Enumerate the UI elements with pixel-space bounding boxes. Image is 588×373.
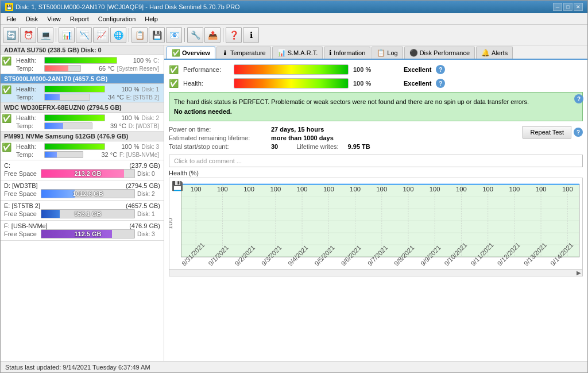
health-status: Excellent <box>404 80 431 87</box>
temp-value-2: 39 °C <box>95 122 126 129</box>
email-button[interactable]: 📧 <box>166 27 182 43</box>
drive-d-row: Free Space 1012.6 GB Disk: 2 <box>4 189 160 198</box>
comment-box[interactable]: Click to add comment ... <box>169 155 583 167</box>
disk-section-2: WDC WD30EFRX-68EUZN0 (2794.5 GB) ✅ Healt… <box>1 103 164 132</box>
window-title: Disk: 1, ST5000LM000-2AN170 [WCJ0AQF9] -… <box>16 3 240 10</box>
health-value-1: 100 % <box>107 86 139 93</box>
minimize-button[interactable]: ─ <box>553 3 562 11</box>
disk-item-row-2: ✅ Health: 100 % Disk: 2 Temp: <box>1 113 164 131</box>
drive-e-bar: 953.1 GB <box>41 209 135 218</box>
drive-f-disk: Disk: 3 <box>137 231 160 237</box>
disk-section-0: ADATA SU750 (238.5 GB) Disk: 0 ✅ Health:… <box>1 45 164 74</box>
menu-file[interactable]: File <box>3 15 20 23</box>
disk-temp-row-3: Temp: 32 °C F: [USB-NVMe] <box>13 151 163 159</box>
drive-d-header: D: [WD3TB] (2794.5 GB) <box>4 182 160 189</box>
disk-header-2[interactable]: WDC WD30EFRX-68EUZN0 (2794.5 GB) <box>1 103 164 113</box>
tab-smart-label: S.M.A.R.T. <box>288 49 318 56</box>
web-button[interactable]: 🌐 <box>110 27 126 43</box>
health-value-0: 100 % <box>119 57 151 64</box>
window-controls[interactable]: ─ □ ✕ <box>553 3 583 11</box>
tab-disk-performance[interactable]: ⚫ Disk Performance <box>404 47 475 59</box>
tab-information[interactable]: ℹ Information <box>324 47 370 59</box>
maximize-button[interactable]: □ <box>563 3 572 11</box>
export-button[interactable]: 📤 <box>204 27 220 43</box>
health-chart-svg: 100 10 <box>169 178 582 269</box>
temp-note-2: D: [WD3TB] <box>129 123 159 129</box>
menu-view[interactable]: View <box>44 15 64 23</box>
disk-temp-row-1: Temp: 34 °C E: [ST5TB 2] <box>13 93 163 101</box>
tab-disk-performance-label: Disk Performance <box>420 49 470 56</box>
drive-f-free-label: Free Space <box>4 230 38 237</box>
refresh-button[interactable]: 🔄 <box>3 27 19 43</box>
content-area: ✅ Performance: 100 % Excellent ? ✅ Healt… <box>164 60 587 361</box>
health-value: 100 % <box>353 80 399 87</box>
status-message-text: The hard disk status is PERFECT. Problem… <box>174 98 529 105</box>
chart2-button[interactable]: 📉 <box>76 27 92 43</box>
menu-report[interactable]: Report <box>67 15 92 23</box>
drive-f-bar: 112.5 GB <box>41 229 135 239</box>
drive-c-disk: Disk: 0 <box>137 171 160 177</box>
tools-button[interactable]: 🔧 <box>187 27 203 43</box>
menu-configuration[interactable]: Configuration <box>95 15 139 23</box>
temp-note-1: E: [ST5TB 2] <box>126 94 159 101</box>
title-bar: 💾 Disk: 1, ST5000LM000-2AN170 [WCJ0AQF9]… <box>1 1 587 13</box>
health-check-icon-3: ✅ <box>2 143 11 152</box>
pc-button[interactable]: 💻 <box>37 27 53 43</box>
menu-bar: File Disk View Report Configuration Help <box>1 13 587 25</box>
health-bar-3 <box>44 143 105 150</box>
health-note-1: Disk: 1 <box>141 86 159 93</box>
status-bar: Status last updated: 9/14/2021 Tuesday 6… <box>1 361 587 372</box>
chart1-button[interactable]: 📊 <box>59 27 75 43</box>
repeat-test-section: Repeat Test ? <box>523 126 583 139</box>
chart3-button[interactable]: 📈 <box>93 27 109 43</box>
drive-e-header: E: [ST5TB 2] (4657.5 GB) <box>4 202 160 209</box>
perf-help-icon[interactable]: ? <box>436 65 445 74</box>
lifetime-value: more than 1000 days <box>271 134 334 141</box>
tab-smart[interactable]: 📊 S.M.A.R.T. <box>272 47 323 59</box>
disk-temp-row-0: Temp: 66 °C [System Reserv] <box>13 64 163 72</box>
drive-d-free-value: 1012.6 GB <box>41 190 134 198</box>
menu-help[interactable]: Help <box>141 15 161 23</box>
drive-c-header: C: (237.9 GB) <box>4 162 160 169</box>
chart-save-icon[interactable]: 💾 <box>172 180 183 191</box>
chart-scrollbar[interactable]: ▶ <box>169 270 583 276</box>
tab-alerts[interactable]: 🔔 Alerts <box>476 47 513 59</box>
tab-temperature[interactable]: 🌡 Temperature <box>216 47 271 59</box>
drive-f-header: F: [USB-NVMe] (476.9 GB) <box>4 222 160 229</box>
help-button[interactable]: ❓ <box>226 27 242 43</box>
status-help-icon[interactable]: ? <box>574 94 583 103</box>
report-button[interactable]: 📋 <box>131 27 148 43</box>
power-on-row: Power on time: 27 days, 15 hours <box>169 126 370 133</box>
tab-alerts-label: Alerts <box>492 49 508 56</box>
disk-section-1: ST5000LM000-2AN170 (4657.5 GB) ✅ Health:… <box>1 74 164 103</box>
toolbar: 🔄 ⏰ 💻 📊 📉 📈 🌐 📋 💾 📧 🔧 📤 ❓ ℹ <box>1 25 587 45</box>
separator-2 <box>129 28 129 42</box>
disk-header-0[interactable]: ADATA SU750 (238.5 GB) Disk: 0 <box>1 45 164 55</box>
health-check-icon-1: ✅ <box>2 85 11 94</box>
disk-health-row-0: Health: 100 % C: <box>13 56 163 64</box>
perf-check-icon: ✅ <box>169 65 179 74</box>
health-check-icon: ✅ <box>169 79 179 88</box>
close-button[interactable]: ✕ <box>574 3 583 11</box>
left-panel: ADATA SU750 (238.5 GB) Disk: 0 ✅ Health:… <box>1 45 164 361</box>
lifetime-writes-value: 9.95 TB <box>348 143 370 150</box>
health-bar-1 <box>44 86 105 93</box>
repeat-test-help-icon[interactable]: ? <box>574 128 583 137</box>
health-help-icon[interactable]: ? <box>436 79 445 88</box>
repeat-test-button[interactable]: Repeat Test <box>523 126 571 139</box>
start-stop-row: Total start/stop count: 30 Lifetime writ… <box>169 143 370 150</box>
tab-bar: ✅ Overview 🌡 Temperature 📊 S.M.A.R.T. ℹ … <box>164 45 587 60</box>
menu-disk[interactable]: Disk <box>22 15 41 23</box>
tab-log[interactable]: 📋 Log <box>372 47 403 59</box>
disk-header-1[interactable]: ST5000LM000-2AN170 (4657.5 GB) <box>1 74 164 84</box>
disk-header-3[interactable]: PM991 NVMe Samsung 512GB (476.9 GB) <box>1 132 164 141</box>
save-button[interactable]: 💾 <box>149 27 165 43</box>
health-note-3: Disk: 3 <box>141 144 159 150</box>
info-button[interactable]: ℹ <box>243 27 259 43</box>
tab-information-label: Information <box>334 49 365 56</box>
no-action-text: No actions needed. <box>174 108 232 115</box>
status-message-box: The hard disk status is PERFECT. Problem… <box>169 92 583 121</box>
tab-overview[interactable]: ✅ Overview <box>167 47 215 59</box>
schedule-button[interactable]: ⏰ <box>20 27 36 43</box>
disk-item-row-0: ✅ Health: 100 % C: Temp: <box>1 55 164 74</box>
